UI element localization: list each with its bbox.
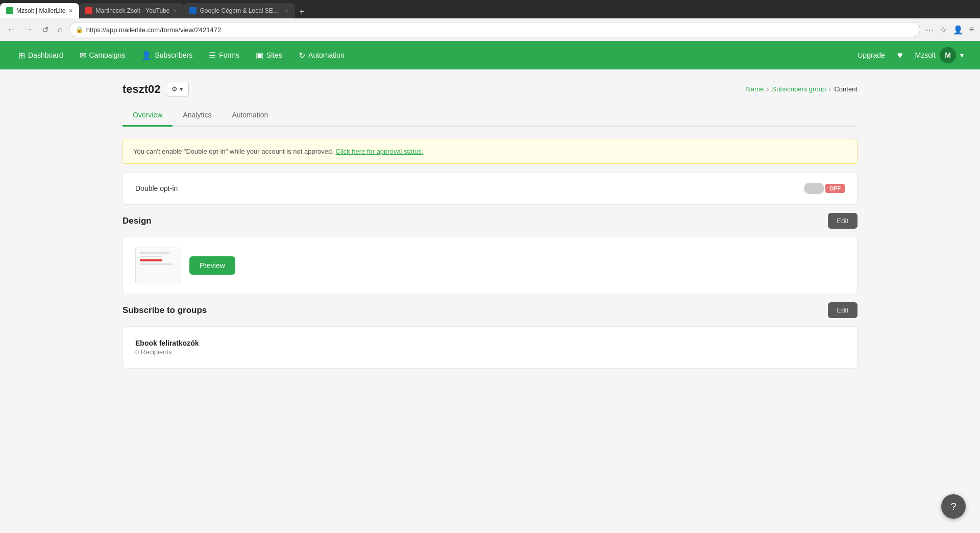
groups-card: Ebook feliratkozók 0 Recipients: [122, 326, 857, 369]
breadcrumb-subscribers-group[interactable]: Subscribers group: [772, 85, 826, 93]
tab2-title: Martincsek Zsolt - YouTube: [95, 7, 169, 14]
nav-subscribers[interactable]: 👤 Subscribers: [133, 41, 201, 69]
forward-button[interactable]: →: [21, 23, 36, 36]
new-tab-button[interactable]: +: [295, 5, 308, 18]
extensions-button[interactable]: ⋯: [923, 23, 936, 37]
help-icon: ?: [950, 501, 956, 513]
forms-icon: ☰: [209, 51, 216, 60]
sites-icon: ▣: [256, 51, 263, 60]
tab1-title: Mzsolt | MailerLite: [16, 7, 65, 14]
nav-sites[interactable]: ▣ Sites: [248, 41, 290, 69]
avatar: M: [940, 47, 956, 63]
browser-tab-2[interactable]: Martincsek Zsolt - YouTube ✕: [79, 3, 183, 18]
gear-icon: ⚙: [172, 85, 178, 93]
dashboard-icon: ⊞: [18, 51, 25, 60]
alert-banner: You can't enable "Double opt-in" while y…: [122, 139, 857, 164]
browser-tab-3[interactable]: Google Cégem & Local SEO b... ✕: [183, 3, 295, 18]
groups-edit-button[interactable]: Edit: [828, 302, 857, 318]
tab3-title: Google Cégem & Local SEO b...: [200, 7, 281, 14]
settings-button[interactable]: ⚙ ▾: [166, 82, 189, 96]
tab-automation[interactable]: Automation: [222, 105, 278, 127]
user-name: Mzsolt: [915, 51, 936, 59]
upgrade-button[interactable]: Upgrade: [851, 51, 891, 59]
tab2-favicon: [85, 7, 92, 14]
tab2-close[interactable]: ✕: [173, 8, 177, 14]
tab-analytics[interactable]: Analytics: [173, 105, 222, 127]
breadcrumb: Name › Subscribers group › Content: [746, 85, 857, 93]
groups-section-header: Subscribe to groups Edit: [122, 302, 857, 318]
nav-forms-label: Forms: [219, 51, 239, 59]
automation-icon: ↻: [299, 51, 305, 60]
double-optin-card: Double opt-in OFF: [122, 172, 857, 205]
design-section-wrapper: Design Edit Preview: [122, 213, 857, 294]
heart-icon[interactable]: ♥: [891, 50, 909, 61]
app-navbar: ⊞ Dashboard ✉ Campaigns 👤 Subscribers ☰ …: [0, 41, 980, 69]
toggle-off-badge[interactable]: OFF: [825, 184, 845, 193]
thumb-line-3: [140, 263, 173, 265]
toggle-switch[interactable]: [804, 183, 824, 194]
user-menu[interactable]: Mzsolt M ▾: [909, 47, 970, 63]
address-bar[interactable]: 🔒 https://app.mailerlite.com/forms/view/…: [69, 22, 920, 37]
groups-section-wrapper: Subscribe to groups Edit Ebook feliratko…: [122, 302, 857, 369]
tab1-favicon: [6, 7, 13, 14]
help-button[interactable]: ?: [941, 494, 966, 519]
opt-in-label: Double opt-in: [135, 184, 178, 192]
page-title: teszt02: [122, 83, 161, 96]
groups-title: Subscribe to groups: [122, 305, 207, 316]
nav-campaigns[interactable]: ✉ Campaigns: [71, 41, 134, 69]
nav-campaigns-label: Campaigns: [89, 51, 126, 59]
tab1-close[interactable]: ✕: [68, 8, 73, 14]
bookmark-button[interactable]: ☆: [938, 23, 949, 37]
tabs: Overview Analytics Automation: [122, 105, 857, 127]
home-button[interactable]: ⌂: [55, 23, 66, 36]
thumb-line-red: [140, 259, 162, 261]
breadcrumb-name[interactable]: Name: [746, 85, 764, 93]
group-name: Ebook feliratkozók: [135, 339, 845, 347]
nav-automation[interactable]: ↻ Automation: [290, 41, 353, 69]
back-button[interactable]: ←: [4, 23, 18, 36]
opt-in-row: Double opt-in OFF: [135, 183, 845, 194]
tab-overview[interactable]: Overview: [122, 105, 173, 127]
page-header: teszt02 ⚙ ▾ Name › Subscribers group › C…: [122, 69, 857, 96]
lock-icon: 🔒: [76, 26, 83, 33]
browser-chrome: Mzsolt | MailerLite ✕ Martincsek Zsolt -…: [0, 0, 980, 41]
subscribers-icon: 👤: [141, 51, 152, 60]
profile-button[interactable]: 👤: [951, 23, 965, 37]
browser-tabs: Mzsolt | MailerLite ✕ Martincsek Zsolt -…: [0, 0, 980, 18]
nav-forms[interactable]: ☰ Forms: [201, 41, 248, 69]
design-section-header: Design Edit: [122, 213, 857, 229]
browser-toolbar: ← → ↺ ⌂ 🔒 https://app.mailerlite.com/for…: [0, 18, 980, 41]
design-edit-button[interactable]: Edit: [828, 213, 857, 229]
form-thumbnail: [135, 248, 181, 283]
design-card: Preview: [122, 237, 857, 294]
settings-dropdown-icon: ▾: [180, 85, 183, 93]
breadcrumb-content: Content: [834, 85, 857, 93]
nav-dashboard-label: Dashboard: [28, 51, 63, 59]
preview-button[interactable]: Preview: [189, 256, 235, 275]
user-dropdown-icon: ▾: [960, 51, 964, 59]
design-preview: Preview: [135, 248, 845, 283]
thumb-line-2: [140, 256, 162, 257]
nav-subscribers-label: Subscribers: [155, 51, 192, 59]
nav-dashboard[interactable]: ⊞ Dashboard: [10, 41, 71, 69]
menu-button[interactable]: ≡: [967, 23, 976, 36]
nav-sites-label: Sites: [266, 51, 282, 59]
page-content: teszt02 ⚙ ▾ Name › Subscribers group › C…: [0, 69, 980, 533]
browser-tab-1[interactable]: Mzsolt | MailerLite ✕: [0, 3, 79, 18]
title-area: teszt02 ⚙ ▾: [122, 82, 189, 96]
url-text: https://app.mailerlite.com/forms/view/24…: [86, 26, 221, 34]
group-recipients: 0 Recipients: [135, 348, 845, 356]
nav-automation-label: Automation: [308, 51, 345, 59]
reload-button[interactable]: ↺: [39, 23, 52, 37]
design-title: Design: [122, 216, 152, 226]
approval-status-link[interactable]: Click here for approval status.: [335, 148, 423, 155]
thumb-line-1: [140, 252, 169, 254]
breadcrumb-sep-1: ›: [767, 85, 769, 93]
breadcrumb-sep-2: ›: [829, 85, 831, 93]
campaigns-icon: ✉: [80, 51, 86, 60]
tab3-favicon: [189, 7, 197, 14]
toolbar-actions: ⋯ ☆ 👤 ≡: [923, 23, 976, 37]
tab3-close[interactable]: ✕: [284, 8, 289, 14]
avatar-initials: M: [945, 51, 951, 59]
group-item: Ebook feliratkozók 0 Recipients: [135, 337, 845, 358]
